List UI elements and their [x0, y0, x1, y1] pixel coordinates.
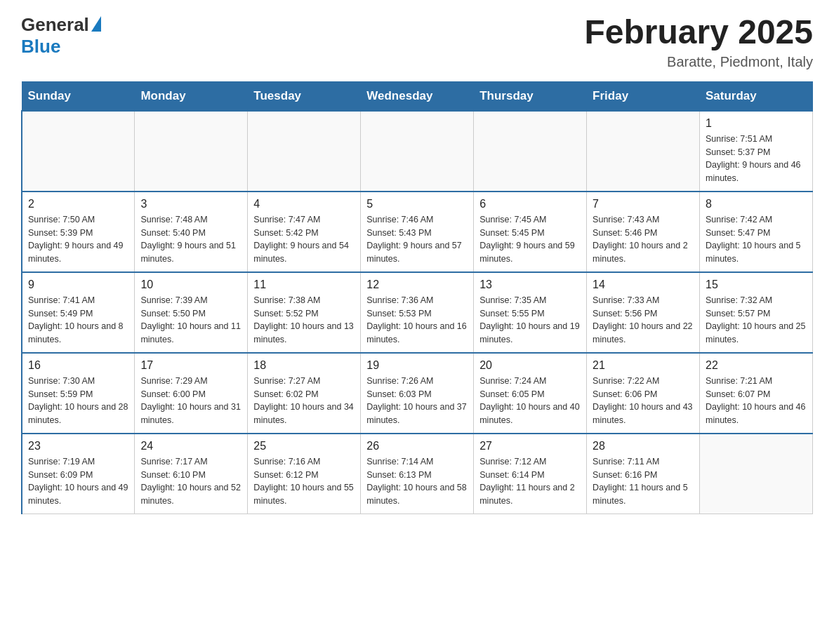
- location-subtitle: Baratte, Piedmont, Italy: [584, 54, 813, 70]
- calendar-cell: 22Sunrise: 7:21 AMSunset: 6:07 PMDayligh…: [700, 353, 813, 434]
- calendar-cell: 3Sunrise: 7:48 AMSunset: 5:40 PMDaylight…: [135, 192, 248, 272]
- day-number: 28: [593, 440, 694, 452]
- calendar-cell: [587, 111, 700, 192]
- day-info: Sunrise: 7:32 AMSunset: 5:57 PMDaylight:…: [706, 294, 807, 347]
- day-info: Sunrise: 7:47 AMSunset: 5:42 PMDaylight:…: [253, 213, 355, 266]
- calendar-cell: 7Sunrise: 7:43 AMSunset: 5:46 PMDaylight…: [587, 192, 700, 272]
- day-number: 25: [253, 440, 355, 452]
- calendar-cell: [361, 111, 474, 192]
- day-number: 13: [479, 279, 581, 291]
- calendar-cell: 6Sunrise: 7:45 AMSunset: 5:45 PMDaylight…: [474, 192, 587, 272]
- weekday-header-row: SundayMondayTuesdayWednesdayThursdayFrid…: [22, 81, 813, 111]
- calendar-cell: 20Sunrise: 7:24 AMSunset: 6:05 PMDayligh…: [474, 353, 587, 434]
- week-row-4: 16Sunrise: 7:30 AMSunset: 5:59 PMDayligh…: [22, 353, 813, 434]
- calendar-cell: 24Sunrise: 7:17 AMSunset: 6:10 PMDayligh…: [135, 434, 248, 514]
- page-header: General Blue February 2025 Baratte, Pied…: [21, 14, 813, 70]
- day-info: Sunrise: 7:48 AMSunset: 5:40 PMDaylight:…: [140, 213, 241, 266]
- day-info: Sunrise: 7:43 AMSunset: 5:46 PMDaylight:…: [593, 213, 694, 266]
- calendar-cell: 13Sunrise: 7:35 AMSunset: 5:55 PMDayligh…: [474, 272, 587, 353]
- calendar-cell: 17Sunrise: 7:29 AMSunset: 6:00 PMDayligh…: [135, 353, 248, 434]
- day-number: 15: [706, 279, 807, 291]
- day-info: Sunrise: 7:41 AMSunset: 5:49 PMDaylight:…: [28, 294, 128, 347]
- calendar-cell: [474, 111, 587, 192]
- logo-blue-text: Blue: [21, 36, 60, 58]
- day-number: 12: [366, 279, 468, 291]
- calendar-cell: 4Sunrise: 7:47 AMSunset: 5:42 PMDaylight…: [248, 192, 361, 272]
- weekday-header-friday: Friday: [587, 81, 700, 111]
- day-info: Sunrise: 7:38 AMSunset: 5:52 PMDaylight:…: [253, 294, 355, 347]
- calendar-cell: 9Sunrise: 7:41 AMSunset: 5:49 PMDaylight…: [22, 272, 135, 353]
- day-number: 5: [366, 198, 468, 210]
- day-number: 4: [253, 198, 355, 210]
- calendar-table: SundayMondayTuesdayWednesdayThursdayFrid…: [21, 81, 813, 514]
- day-info: Sunrise: 7:35 AMSunset: 5:55 PMDaylight:…: [479, 294, 581, 347]
- weekday-header-tuesday: Tuesday: [248, 81, 361, 111]
- day-info: Sunrise: 7:19 AMSunset: 6:09 PMDaylight:…: [28, 455, 128, 508]
- day-number: 21: [593, 359, 694, 372]
- week-row-5: 23Sunrise: 7:19 AMSunset: 6:09 PMDayligh…: [22, 434, 813, 514]
- calendar-cell: [248, 111, 361, 192]
- calendar-cell: [22, 111, 135, 192]
- logo-triangle-icon: [91, 16, 101, 32]
- logo: General Blue: [21, 14, 103, 58]
- day-info: Sunrise: 7:26 AMSunset: 6:03 PMDaylight:…: [366, 375, 468, 427]
- day-info: Sunrise: 7:17 AMSunset: 6:10 PMDaylight:…: [140, 455, 241, 508]
- calendar-cell: 26Sunrise: 7:14 AMSunset: 6:13 PMDayligh…: [361, 434, 474, 514]
- calendar-cell: 11Sunrise: 7:38 AMSunset: 5:52 PMDayligh…: [248, 272, 361, 353]
- calendar-cell: 23Sunrise: 7:19 AMSunset: 6:09 PMDayligh…: [22, 434, 135, 514]
- day-info: Sunrise: 7:50 AMSunset: 5:39 PMDaylight:…: [28, 213, 128, 266]
- day-info: Sunrise: 7:16 AMSunset: 6:12 PMDaylight:…: [253, 455, 355, 508]
- day-number: 8: [706, 198, 807, 210]
- day-number: 3: [140, 198, 241, 210]
- day-number: 7: [593, 198, 694, 210]
- calendar-cell: 19Sunrise: 7:26 AMSunset: 6:03 PMDayligh…: [361, 353, 474, 434]
- day-number: 9: [28, 279, 128, 291]
- day-info: Sunrise: 7:45 AMSunset: 5:45 PMDaylight:…: [479, 213, 581, 266]
- calendar-cell: [135, 111, 248, 192]
- day-number: 26: [366, 440, 468, 452]
- calendar-cell: 27Sunrise: 7:12 AMSunset: 6:14 PMDayligh…: [474, 434, 587, 514]
- calendar-cell: 5Sunrise: 7:46 AMSunset: 5:43 PMDaylight…: [361, 192, 474, 272]
- day-info: Sunrise: 7:30 AMSunset: 5:59 PMDaylight:…: [28, 375, 128, 427]
- day-info: Sunrise: 7:42 AMSunset: 5:47 PMDaylight:…: [706, 213, 807, 266]
- weekday-header-saturday: Saturday: [700, 81, 813, 111]
- calendar-cell: 12Sunrise: 7:36 AMSunset: 5:53 PMDayligh…: [361, 272, 474, 353]
- day-info: Sunrise: 7:11 AMSunset: 6:16 PMDaylight:…: [593, 455, 694, 508]
- calendar-cell: 14Sunrise: 7:33 AMSunset: 5:56 PMDayligh…: [587, 272, 700, 353]
- calendar-cell: 16Sunrise: 7:30 AMSunset: 5:59 PMDayligh…: [22, 353, 135, 434]
- logo-general-text: General: [21, 14, 89, 36]
- calendar-cell: 28Sunrise: 7:11 AMSunset: 6:16 PMDayligh…: [587, 434, 700, 514]
- weekday-header-sunday: Sunday: [22, 81, 135, 111]
- day-number: 23: [28, 440, 128, 452]
- day-info: Sunrise: 7:33 AMSunset: 5:56 PMDaylight:…: [593, 294, 694, 347]
- day-number: 17: [140, 359, 241, 372]
- calendar-cell: 8Sunrise: 7:42 AMSunset: 5:47 PMDaylight…: [700, 192, 813, 272]
- calendar-cell: 21Sunrise: 7:22 AMSunset: 6:06 PMDayligh…: [587, 353, 700, 434]
- day-info: Sunrise: 7:39 AMSunset: 5:50 PMDaylight:…: [140, 294, 241, 347]
- week-row-2: 2Sunrise: 7:50 AMSunset: 5:39 PMDaylight…: [22, 192, 813, 272]
- day-number: 24: [140, 440, 241, 452]
- day-number: 10: [140, 279, 241, 291]
- day-info: Sunrise: 7:36 AMSunset: 5:53 PMDaylight:…: [366, 294, 468, 347]
- day-number: 19: [366, 359, 468, 372]
- day-info: Sunrise: 7:22 AMSunset: 6:06 PMDaylight:…: [593, 375, 694, 427]
- calendar-cell: 25Sunrise: 7:16 AMSunset: 6:12 PMDayligh…: [248, 434, 361, 514]
- calendar-cell: 15Sunrise: 7:32 AMSunset: 5:57 PMDayligh…: [700, 272, 813, 353]
- calendar-cell: 2Sunrise: 7:50 AMSunset: 5:39 PMDaylight…: [22, 192, 135, 272]
- day-number: 14: [593, 279, 694, 291]
- day-number: 2: [28, 198, 128, 210]
- calendar-cell: 1Sunrise: 7:51 AMSunset: 5:37 PMDaylight…: [700, 111, 813, 192]
- weekday-header-wednesday: Wednesday: [361, 81, 474, 111]
- day-info: Sunrise: 7:14 AMSunset: 6:13 PMDaylight:…: [366, 455, 468, 508]
- day-info: Sunrise: 7:51 AMSunset: 5:37 PMDaylight:…: [706, 133, 807, 185]
- day-info: Sunrise: 7:12 AMSunset: 6:14 PMDaylight:…: [479, 455, 581, 508]
- weekday-header-monday: Monday: [135, 81, 248, 111]
- day-info: Sunrise: 7:21 AMSunset: 6:07 PMDaylight:…: [706, 375, 807, 427]
- day-info: Sunrise: 7:46 AMSunset: 5:43 PMDaylight:…: [366, 213, 468, 266]
- day-number: 11: [253, 279, 355, 291]
- title-section: February 2025 Baratte, Piedmont, Italy: [584, 14, 813, 70]
- day-number: 22: [706, 359, 807, 372]
- week-row-1: 1Sunrise: 7:51 AMSunset: 5:37 PMDaylight…: [22, 111, 813, 192]
- calendar-cell: 18Sunrise: 7:27 AMSunset: 6:02 PMDayligh…: [248, 353, 361, 434]
- day-number: 18: [253, 359, 355, 372]
